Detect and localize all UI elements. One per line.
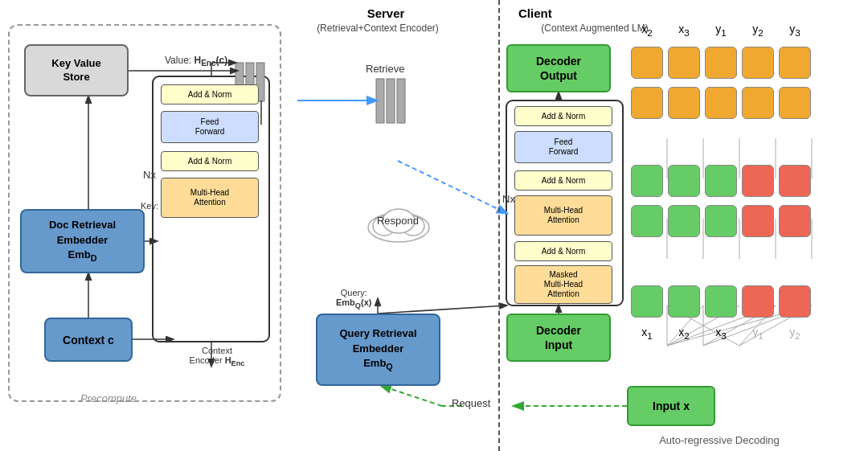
grid-row-1 bbox=[631, 47, 811, 79]
request-label: Request bbox=[452, 397, 490, 409]
value-label: Value: HEnc(c) bbox=[165, 55, 227, 68]
cell-5-3 bbox=[705, 285, 737, 318]
kv-store-label: Key ValueStore bbox=[51, 57, 100, 84]
cell-2-4 bbox=[742, 87, 774, 119]
token-label-x1-bot: x1 bbox=[631, 326, 663, 341]
cell-2-1 bbox=[631, 87, 663, 119]
cell-1-1 bbox=[631, 47, 663, 79]
svg-line-23 bbox=[382, 386, 442, 406]
cell-3-1 bbox=[631, 165, 663, 197]
nx-label-right: Nx bbox=[502, 193, 515, 205]
respond-cloud: Respond bbox=[358, 197, 438, 248]
right-feed-forward: FeedForward bbox=[514, 131, 612, 163]
cell-2-2 bbox=[668, 87, 700, 119]
grid-row-5 bbox=[631, 285, 811, 318]
svg-rect-5 bbox=[376, 79, 384, 123]
cell-4-5 bbox=[779, 205, 811, 237]
token-label-y2-top: y2 bbox=[742, 23, 774, 38]
left-feed-forward: FeedForward bbox=[161, 111, 259, 143]
server-sublabel: (Retrieval+Context Encoder) bbox=[285, 23, 470, 34]
cell-3-2 bbox=[668, 165, 700, 197]
input-x-label: Input x bbox=[653, 400, 690, 412]
autoregressive-label: Auto-regressive Decoding bbox=[619, 434, 820, 446]
cell-3-3 bbox=[705, 165, 737, 197]
diagram: Precompute Key ValueStore Doc RetrievalE… bbox=[0, 0, 868, 451]
right-add-norm-2: Add & Norm bbox=[514, 170, 612, 191]
nx-label-left: Nx bbox=[143, 169, 156, 181]
left-multihead: Multi-HeadAttention bbox=[161, 178, 259, 218]
client-label: Client bbox=[518, 6, 552, 20]
input-x-box: Input x bbox=[627, 386, 715, 426]
context-label: Context c bbox=[63, 334, 114, 346]
decoder-output-label: DecoderOutput bbox=[536, 54, 581, 83]
kv-store: Key ValueStore bbox=[24, 44, 129, 96]
svg-line-20 bbox=[378, 305, 506, 314]
left-add-norm-2: Add & Norm bbox=[161, 151, 259, 171]
precompute-label: Precompute bbox=[80, 392, 137, 404]
doc-embedder-label: Doc RetrievalEmbedderEmbD bbox=[49, 218, 116, 264]
svg-rect-6 bbox=[387, 79, 395, 123]
doc-embedder: Doc RetrievalEmbedderEmbD bbox=[20, 209, 145, 273]
token-label-x2-top: x2 bbox=[631, 23, 663, 38]
cell-1-5 bbox=[779, 47, 811, 79]
bottom-token-labels: x1 x2 x3 y1 y2 bbox=[631, 326, 811, 341]
cell-1-2 bbox=[668, 47, 700, 79]
token-label-x3-bot: x3 bbox=[705, 326, 737, 341]
token-label-x3-top: x3 bbox=[668, 23, 700, 38]
grid-row-3 bbox=[631, 165, 811, 197]
cell-4-2 bbox=[668, 205, 700, 237]
cell-4-3 bbox=[705, 205, 737, 237]
server-label: Server bbox=[305, 6, 466, 20]
decoder-output-box: DecoderOutput bbox=[506, 44, 611, 92]
cell-3-4 bbox=[742, 165, 774, 197]
right-add-norm-3: Add & Norm bbox=[514, 241, 612, 261]
cell-5-1 bbox=[631, 285, 663, 318]
cell-3-5 bbox=[779, 165, 811, 197]
decoder-input-box: DecoderInput bbox=[506, 314, 611, 362]
cell-5-4 bbox=[742, 285, 774, 318]
top-token-labels: x2 x3 y1 y2 y3 bbox=[631, 23, 811, 38]
grid-row-2 bbox=[631, 87, 811, 119]
cell-4-4 bbox=[742, 205, 774, 237]
token-label-y2-bot: y2 bbox=[779, 326, 811, 341]
query-label: Query:EmbQ(x) bbox=[336, 288, 371, 310]
token-label-y1-bot: y1 bbox=[742, 326, 774, 341]
cell-1-4 bbox=[742, 47, 774, 79]
left-add-norm-1: Add & Norm bbox=[161, 84, 259, 105]
context-encoder-label: ContextEncoder HEnc bbox=[169, 346, 265, 367]
retrieve-label: Retrieve bbox=[366, 63, 404, 75]
query-embedder-label: Query RetrievalEmbedderEmbQ bbox=[339, 326, 416, 372]
cell-4-1 bbox=[631, 205, 663, 237]
right-add-norm-1: Add & Norm bbox=[514, 106, 612, 126]
grid-row-4 bbox=[631, 205, 811, 237]
decoder-input-label: DecoderInput bbox=[536, 323, 581, 352]
cell-5-2 bbox=[668, 285, 700, 318]
cell-2-5 bbox=[779, 87, 811, 119]
server-client-divider bbox=[498, 0, 500, 451]
cell-2-3 bbox=[705, 87, 737, 119]
query-embedder: Query RetrievalEmbedderEmbQ bbox=[316, 314, 440, 386]
respond-label: Respond bbox=[377, 215, 419, 227]
token-label-y3-top: y3 bbox=[779, 23, 811, 38]
cell-5-5 bbox=[779, 285, 811, 318]
right-masked-multihead: MaskedMulti-HeadAttention bbox=[514, 265, 612, 304]
right-multihead: Multi-HeadAttention bbox=[514, 195, 612, 236]
token-label-y1-top: y1 bbox=[705, 23, 737, 38]
token-label-x2-bot: x2 bbox=[668, 326, 700, 341]
svg-rect-7 bbox=[397, 79, 405, 123]
cell-1-3 bbox=[705, 47, 737, 79]
context-c: Context c bbox=[44, 318, 133, 362]
